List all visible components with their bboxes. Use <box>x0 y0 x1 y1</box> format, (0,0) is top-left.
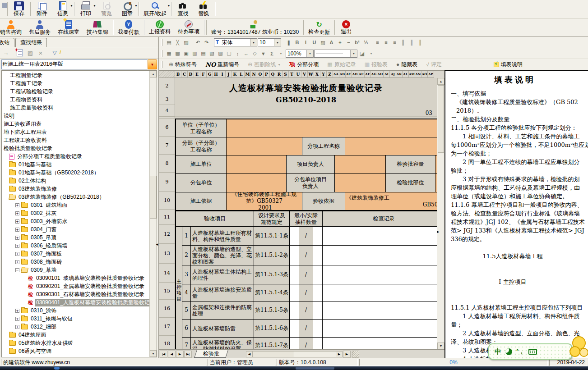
project-leader-input[interactable] <box>335 155 386 173</box>
toolbar-button-3[interactable]: 打印 ▼ <box>75 0 96 18</box>
line-style-combo[interactable]: ▼ <box>314 50 357 58</box>
filter-icon[interactable]: ▽ <box>50 49 59 57</box>
item-sample-cell[interactable]: / <box>290 338 323 349</box>
action-button-3[interactable]: 项分部分项 <box>285 60 323 69</box>
construction-basis-value[interactable]: 《住宅装饰装修工程施工规范》GB50327 -2001 <box>227 192 302 210</box>
expand-icon[interactable]: + <box>15 252 19 256</box>
action-button-4[interactable]: ▦原始记录 <box>323 61 360 69</box>
tree-item[interactable]: + 0305_吊顶 <box>2 233 149 242</box>
column-header[interactable]: W <box>308 71 314 78</box>
form-number-cell[interactable]: 03 <box>175 105 437 117</box>
column-header[interactable]: J <box>226 71 232 78</box>
construction-unit-input[interactable] <box>227 155 287 173</box>
item-record-cell[interactable] <box>323 301 437 319</box>
zoom-combo[interactable]: 100% ▼ <box>286 50 314 58</box>
expand-icon[interactable]: + <box>15 236 19 240</box>
item-sample-cell[interactable]: / <box>290 246 323 265</box>
action-button-6[interactable]: ●隐藏表 <box>392 61 421 69</box>
row-header[interactable]: 12 <box>159 225 175 244</box>
column-header[interactable]: K <box>232 71 238 78</box>
scroll-up-icon[interactable]: ▲ <box>437 78 444 85</box>
column-header[interactable]: N <box>251 71 257 78</box>
last-sheet-icon[interactable]: ▶| <box>184 351 192 358</box>
row-header[interactable]: 13 <box>159 244 175 264</box>
action-button-2[interactable]: ⊖画删除线 ▼ <box>244 61 285 69</box>
chevron-down-icon[interactable]: ▼ <box>70 4 73 7</box>
column-header[interactable]: P <box>264 71 270 78</box>
delete-form-icon[interactable]: × <box>36 49 45 57</box>
item-record-cell[interactable] <box>323 284 437 301</box>
ime-punctuation-toggle[interactable]: °， <box>516 347 524 356</box>
column-header[interactable]: AF <box>365 71 371 78</box>
sum-dropdown-icon[interactable]: ▼ <box>277 50 285 58</box>
row-header[interactable]: 10 <box>159 192 175 210</box>
border-style-icon[interactable]: ◪ <box>358 50 366 58</box>
align-center-icon[interactable]: ≡ <box>382 38 390 46</box>
scroll-right2-icon[interactable]: ▶ <box>343 351 351 358</box>
tree-item[interactable]: 05建筑给水排水及供暖 <box>2 339 149 347</box>
chevron-down-icon[interactable]: ▼ <box>274 39 281 46</box>
chevron-down-icon[interactable]: ▼ <box>250 39 257 46</box>
column-header[interactable]: G <box>207 71 213 78</box>
tree-item[interactable]: 施工验收通用表 <box>2 120 149 128</box>
item-sample-cell[interactable]: / <box>290 320 323 337</box>
check-update-button[interactable]: ↻ 检查更新 <box>305 18 333 37</box>
item-sample-cell[interactable]: / <box>290 227 323 245</box>
tab-recycle[interactable]: 收站 <box>0 38 14 47</box>
tree-item[interactable]: 地下防水工程用表 <box>2 128 149 136</box>
tree-item[interactable]: 02主体结构 <box>2 177 149 185</box>
expand-icon[interactable]: + <box>15 325 19 329</box>
expand-icon[interactable]: + <box>15 244 19 248</box>
chevron-down-icon[interactable]: ▼ <box>134 4 138 7</box>
item-record-cell[interactable] <box>323 246 437 265</box>
highlight-icon[interactable]: ▨ <box>319 38 327 46</box>
tree-item[interactable]: 工程试验检验记录 <box>2 87 149 96</box>
toolbar-grip[interactable] <box>161 50 162 57</box>
nav-arrow-icon[interactable]: → <box>1 49 10 57</box>
collapse-icon[interactable]: − <box>15 268 19 272</box>
scroll-right-icon[interactable]: ▶ <box>336 352 342 357</box>
tree-item[interactable]: 01地基与基础（GB50202-2018） <box>2 169 149 177</box>
tree-item[interactable]: 工程施工记录 <box>2 79 149 87</box>
redo-icon[interactable]: ↷ <box>202 38 211 46</box>
form-set-combo-value[interactable]: 程施工统一用表2016年版 <box>1 59 148 69</box>
table-props-icon[interactable]: ▨ <box>216 50 225 58</box>
fraction-icon[interactable]: ⅓ <box>361 38 370 46</box>
action-button-1[interactable]: NO重新编号 <box>201 61 243 69</box>
panel-splitter-arrow-icon[interactable]: ► <box>436 230 440 234</box>
scroll-thumb[interactable] <box>253 352 293 357</box>
column-header[interactable]: U <box>295 71 301 78</box>
subcontract-leader-input[interactable] <box>335 174 386 192</box>
combo-dropdown-icon[interactable]: ▼ <box>148 59 157 69</box>
action-button-8[interactable]: 填表说明 <box>490 61 527 69</box>
column-header[interactable]: E <box>194 71 200 78</box>
insert-row-icon[interactable]: ▣ <box>182 50 190 58</box>
ime-keyboard-icon[interactable] <box>528 349 537 355</box>
tree-item[interactable]: 03建筑装饰装修 <box>2 185 149 193</box>
toolbar-button-5[interactable]: 图章 ▼ <box>117 0 138 18</box>
toolbar-button-service[interactable]: 售后服务 <box>25 18 54 37</box>
row-header[interactable]: 15 <box>159 283 175 300</box>
expand-icon[interactable]: + <box>15 211 19 215</box>
toolbar-button-8[interactable]: 替换 <box>193 0 214 18</box>
valign-bottom-icon[interactable]: ║ <box>416 38 425 46</box>
copy-form-icon[interactable]: ▨ <box>26 49 35 57</box>
tree-item[interactable]: − 0309_幕墙 <box>2 266 149 274</box>
column-header[interactable]: AO <box>421 71 428 78</box>
column-header[interactable]: AD <box>352 71 358 78</box>
tree-item[interactable]: + 0302_抹灰 <box>2 209 149 217</box>
row-header[interactable]: 16 <box>159 300 175 318</box>
row-header[interactable]: 17 <box>159 318 175 336</box>
bold-button[interactable]: B <box>293 38 301 46</box>
tree-item[interactable]: + 0301_建筑地面 <box>2 201 149 209</box>
column-header[interactable]: AL <box>403 71 409 78</box>
align-left-icon[interactable]: ≡ <box>373 38 382 46</box>
column-header[interactable]: AH <box>377 71 384 78</box>
toolbar-button-7[interactable]: 查找 <box>172 0 193 18</box>
item-record-cell[interactable] <box>323 227 437 245</box>
font-color-icon[interactable]: A <box>327 38 336 46</box>
tab-search-results[interactable]: 查找结果 <box>15 38 47 47</box>
expand-icon[interactable]: + <box>15 260 19 264</box>
tree-item[interactable]: + 0304_门窗 <box>2 225 149 233</box>
column-header[interactable]: AC <box>346 71 352 78</box>
